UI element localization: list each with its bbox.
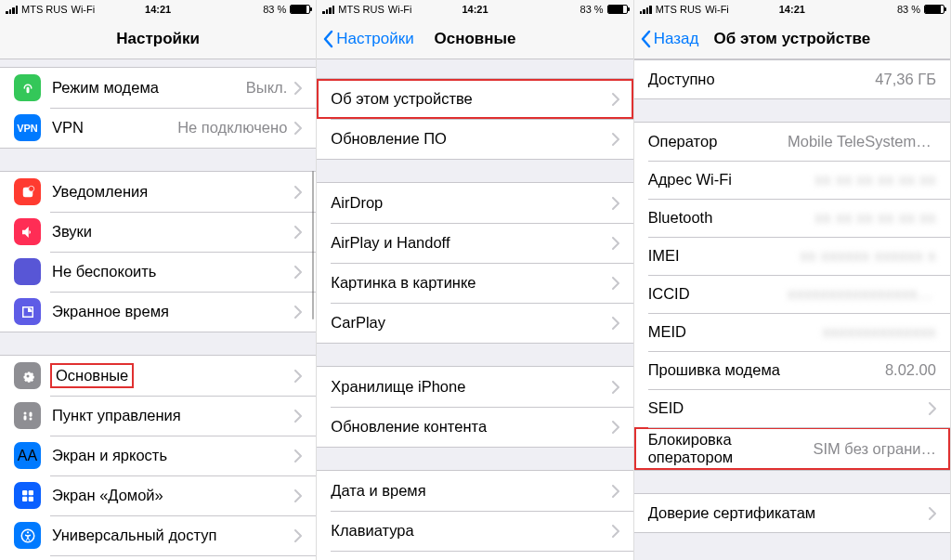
settings-about-screen: MTS RUS Wi-Fi 14:21 83 % Назад Об этом у… bbox=[634, 0, 951, 560]
settings-row-home[interactable]: Экран «Домой» bbox=[0, 475, 316, 515]
status-bar: MTS RUS Wi-Fi 14:21 83 % bbox=[0, 0, 316, 19]
signal-icon bbox=[322, 5, 334, 14]
settings-row-sound[interactable]: Звуки bbox=[0, 212, 316, 252]
svg-rect-9 bbox=[22, 496, 27, 501]
notif-icon bbox=[14, 178, 41, 205]
settings-row[interactable]: Блокировка оператором SIM без ограни… bbox=[634, 427, 950, 470]
settings-row-access[interactable]: Универсальный доступ bbox=[0, 515, 316, 555]
control-icon bbox=[14, 402, 41, 429]
svg-rect-8 bbox=[28, 490, 33, 495]
row-value: Выкл. bbox=[246, 79, 287, 97]
chevron-right-icon bbox=[612, 93, 619, 106]
row-value: 8.02.00 bbox=[885, 361, 936, 379]
row-label: ICCID bbox=[648, 281, 780, 306]
general-list[interactable]: Об этом устройстве Обновление ПО AirDrop… bbox=[317, 59, 632, 560]
settings-row[interactable]: Обновление ПО bbox=[317, 119, 632, 159]
chevron-right-icon bbox=[294, 266, 302, 279]
dnd-icon bbox=[14, 258, 41, 285]
row-label: Клавиатура bbox=[331, 518, 604, 543]
settings-row[interactable]: AirPlay и Handoff bbox=[317, 223, 632, 263]
row-label: IMEI bbox=[648, 243, 793, 268]
scrollbar-thumb[interactable] bbox=[312, 171, 315, 319]
battery-percent: 83 % bbox=[580, 4, 604, 15]
settings-row[interactable]: Шрифты bbox=[317, 551, 632, 560]
settings-row-gear[interactable]: Основные bbox=[0, 356, 316, 396]
row-label: Режим модема bbox=[52, 75, 239, 100]
chevron-right-icon bbox=[612, 277, 619, 290]
row-label: AirDrop bbox=[331, 190, 604, 215]
settings-row-dnd[interactable]: Не беспокоить bbox=[0, 252, 316, 292]
row-label: Универсальный доступ bbox=[52, 523, 287, 548]
carrier-label: MTS RUS bbox=[338, 4, 384, 15]
row-label: Пункт управления bbox=[52, 403, 287, 428]
settings-row-display[interactable]: AA Экран и яркость bbox=[0, 436, 316, 475]
settings-row-wallpaper[interactable]: Обои bbox=[0, 555, 316, 560]
settings-row[interactable]: Прошивка модема 8.02.00 bbox=[634, 351, 950, 389]
row-label: Обновление ПО bbox=[331, 126, 604, 151]
chevron-right-icon bbox=[294, 529, 302, 542]
chevron-left-icon bbox=[640, 30, 651, 48]
settings-row[interactable]: Дата и время bbox=[317, 471, 632, 511]
settings-list[interactable]: Режим модема Выкл. VPN VPN Не подключено… bbox=[0, 59, 316, 560]
chevron-right-icon bbox=[929, 507, 936, 520]
carrier-label: MTS RUS bbox=[656, 4, 702, 15]
settings-row[interactable]: MEID xxxxxxxxxxxxxx bbox=[634, 313, 950, 351]
settings-row[interactable]: Хранилище iPhone bbox=[317, 367, 632, 407]
settings-row[interactable]: Доступно 47,36 ГБ bbox=[634, 60, 950, 98]
settings-row-screentime[interactable]: Экранное время bbox=[0, 292, 316, 332]
settings-row[interactable]: Адрес Wi-Fi xx xx xx xx xx xx bbox=[634, 161, 950, 199]
row-label: Экран и яркость bbox=[52, 443, 287, 468]
battery-percent: 83 % bbox=[897, 4, 920, 15]
settings-row[interactable]: Bluetooth xx xx xx xx xx xx bbox=[634, 199, 950, 237]
settings-row[interactable]: Клавиатура bbox=[317, 511, 632, 551]
clock: 14:21 bbox=[779, 4, 805, 15]
settings-row[interactable]: IMEI xx xxxxxx xxxxxx x bbox=[634, 237, 950, 275]
settings-row[interactable]: CarPlay bbox=[317, 303, 632, 343]
svg-point-12 bbox=[26, 531, 28, 533]
row-label: Прошивка модема bbox=[648, 358, 878, 383]
home-icon bbox=[14, 482, 41, 509]
chevron-right-icon bbox=[612, 485, 619, 498]
back-button[interactable]: Настройки bbox=[317, 30, 413, 48]
row-label: Доверие сертификатам bbox=[648, 501, 921, 526]
chevron-right-icon bbox=[612, 317, 619, 330]
settings-row[interactable]: Обновление контента bbox=[317, 407, 632, 447]
signal-icon bbox=[640, 5, 652, 14]
back-button[interactable]: Назад bbox=[634, 30, 699, 48]
row-label: SEID bbox=[648, 396, 921, 421]
nav-header: Назад Об этом устройстве bbox=[634, 19, 950, 59]
row-value: SIM без ограни… bbox=[813, 440, 936, 458]
row-value: Mobile TeleSystems 41.7.9 bbox=[788, 133, 936, 150]
vpn-icon: VPN bbox=[14, 114, 41, 141]
settings-row[interactable]: Картинка в картинке bbox=[317, 263, 632, 303]
chevron-right-icon bbox=[612, 421, 619, 434]
svg-point-5 bbox=[29, 417, 32, 420]
row-label: Адрес Wi-Fi bbox=[648, 167, 808, 192]
settings-row-hotspot[interactable]: Режим модема Выкл. bbox=[0, 68, 316, 108]
row-label: Оператор bbox=[648, 129, 780, 154]
chevron-right-icon bbox=[612, 133, 619, 146]
row-label: CarPlay bbox=[331, 310, 604, 335]
settings-row[interactable]: SEID bbox=[634, 389, 950, 427]
row-label: MEID bbox=[648, 319, 815, 345]
settings-row-control[interactable]: Пункт управления bbox=[0, 396, 316, 436]
settings-row[interactable]: ICCID xxxxxxxxxxxxxxxxxxx bbox=[634, 275, 950, 313]
svg-rect-4 bbox=[23, 415, 26, 420]
settings-row[interactable]: Оператор Mobile TeleSystems 41.7.9 bbox=[634, 123, 950, 161]
row-label: AirPlay и Handoff bbox=[331, 230, 604, 255]
settings-row-vpn[interactable]: VPN VPN Не подключено bbox=[0, 108, 316, 148]
settings-row[interactable]: Об этом устройстве bbox=[317, 79, 632, 119]
settings-row-notif[interactable]: Уведомления bbox=[0, 172, 316, 212]
wifi-label: Wi-Fi bbox=[72, 4, 96, 15]
settings-row[interactable]: Доверие сертификатам bbox=[634, 494, 950, 532]
row-label: Хранилище iPhone bbox=[331, 374, 604, 399]
chevron-right-icon bbox=[294, 226, 302, 239]
display-icon: AA bbox=[14, 442, 41, 469]
chevron-right-icon bbox=[294, 410, 302, 423]
chevron-right-icon bbox=[294, 122, 302, 135]
svg-point-1 bbox=[28, 186, 33, 191]
svg-rect-7 bbox=[22, 490, 27, 495]
about-list[interactable]: Доступно 47,36 ГБ Оператор Mobile TeleSy… bbox=[634, 59, 950, 560]
settings-row[interactable]: AirDrop bbox=[317, 183, 632, 223]
row-label: Доступно bbox=[648, 67, 868, 92]
